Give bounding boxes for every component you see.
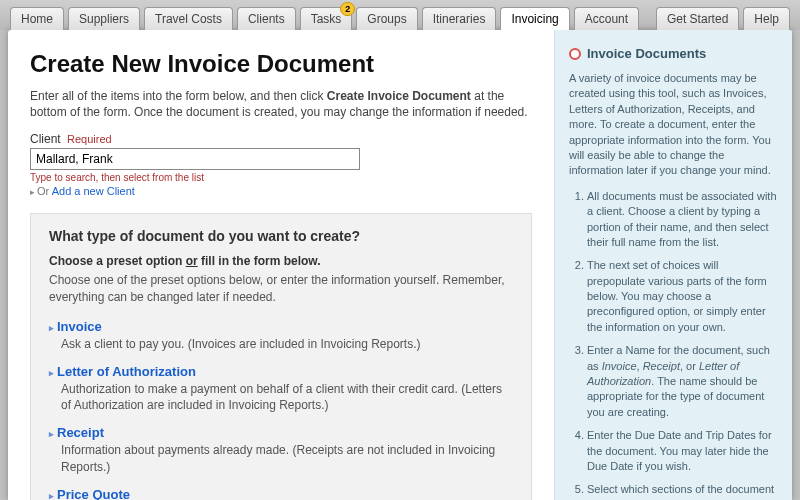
preset-invoice: ▸Invoice Ask a client to pay you. (Invoi…	[49, 319, 513, 352]
preset-receipt: ▸Receipt Information about payments alre…	[49, 425, 513, 474]
tab-groups[interactable]: Groups	[356, 7, 417, 30]
sidebar-step: Enter the Due Date and Trip Dates for th…	[587, 428, 778, 474]
sidebar-heading: Invoice Documents	[569, 46, 778, 61]
preset-invoice-desc: Ask a client to pay you. (Invoices are i…	[61, 336, 513, 352]
tab-tasks[interactable]: Tasks2	[300, 7, 353, 30]
chevron-right-icon: ▸	[30, 187, 35, 197]
tab-clients[interactable]: Clients	[237, 7, 296, 30]
preset-price-quote: ▸Price Quote A description of how much t…	[49, 487, 513, 500]
panel-description: Choose one of the preset options below, …	[49, 272, 513, 304]
sidebar-step: The next set of choices will prepopulate…	[587, 258, 778, 335]
client-label: Client	[30, 132, 61, 146]
client-input[interactable]	[30, 148, 360, 170]
intro-text: Enter all of the items into the form bel…	[30, 88, 532, 120]
top-tabs: Home Suppliers Travel Costs Clients Task…	[0, 0, 800, 30]
tab-invoicing[interactable]: Invoicing	[500, 7, 569, 30]
page-title: Create New Invoice Document	[30, 50, 532, 78]
preset-receipt-link[interactable]: ▸Receipt	[49, 425, 513, 440]
tab-itineraries[interactable]: Itineraries	[422, 7, 497, 30]
preset-price-quote-link[interactable]: ▸Price Quote	[49, 487, 513, 500]
tab-suppliers[interactable]: Suppliers	[68, 7, 140, 30]
lifebuoy-icon	[569, 48, 581, 60]
document-type-panel: What type of document do you want to cre…	[30, 213, 532, 500]
tab-home[interactable]: Home	[10, 7, 64, 30]
tab-get-started[interactable]: Get Started	[656, 7, 739, 30]
tab-account[interactable]: Account	[574, 7, 639, 30]
client-hint: Type to search, then select from the lis…	[30, 172, 532, 183]
chevron-right-icon: ▸	[49, 368, 54, 378]
sidebar-step: Enter a Name for the document, such as I…	[587, 343, 778, 420]
sidebar-steps: All documents must be associated with a …	[569, 189, 778, 500]
chevron-right-icon: ▸	[49, 429, 54, 439]
sidebar-intro: A variety of invoice documents may be cr…	[569, 71, 778, 179]
sidebar-step: Select which sections of the document yo…	[587, 482, 778, 500]
tab-travel-costs[interactable]: Travel Costs	[144, 7, 233, 30]
panel-subheading: Choose a preset option or fill in the fo…	[49, 254, 513, 268]
main-content: Create New Invoice Document Enter all of…	[8, 30, 554, 500]
sidebar-step: All documents must be associated with a …	[587, 189, 778, 251]
preset-loa-link[interactable]: ▸Letter of Authorization	[49, 364, 513, 379]
help-sidebar: Invoice Documents A variety of invoice d…	[554, 30, 792, 500]
required-label: Required	[67, 133, 112, 145]
tasks-badge: 2	[340, 2, 355, 16]
preset-loa: ▸Letter of Authorization Authorization t…	[49, 364, 513, 413]
tab-help[interactable]: Help	[743, 7, 790, 30]
chevron-right-icon: ▸	[49, 323, 54, 333]
panel-heading: What type of document do you want to cre…	[49, 228, 513, 244]
preset-receipt-desc: Information about payments already made.…	[61, 442, 513, 474]
preset-loa-desc: Authorization to make a payment on behal…	[61, 381, 513, 413]
client-field: Client Required Type to search, then sel…	[30, 132, 532, 197]
preset-invoice-link[interactable]: ▸Invoice	[49, 319, 513, 334]
add-client-link[interactable]: Add a new Client	[52, 185, 135, 197]
chevron-right-icon: ▸	[49, 491, 54, 500]
add-client-line: ▸Or Add a new Client	[30, 185, 532, 197]
